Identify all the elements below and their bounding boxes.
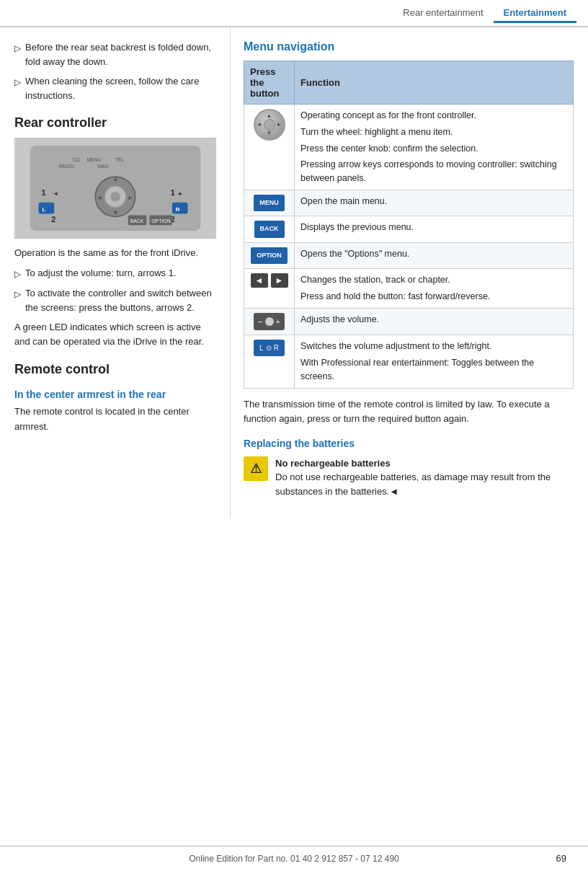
header-nav: Rear entertainment Entertainment [393,4,576,23]
vol-plus: + [276,316,280,328]
btn-cell-lr: L ⊙ R [244,335,295,388]
bullet-item-3: ▷ To adjust the volume: turn, arrows 1. [14,266,217,280]
arrows-func-2: Press and hold the button: fast forward/… [300,290,567,304]
bullet-text-3: To adjust the volume: turn, arrows 1. [25,266,177,280]
btn-cell-back: BACK [244,216,295,243]
svg-text:▼: ▼ [112,209,119,216]
section-remote: Remote control [14,362,217,377]
volume-btn: − + [254,313,285,331]
lr-btn: L ⊙ R [254,340,285,356]
arrow-right-btn: ► [271,273,288,288]
svg-text:NAVI: NAVI [97,164,109,169]
btn-cell-option: OPTION [244,242,295,269]
svg-text:RADIO: RADIO [58,164,74,169]
arrow-btns: ◄ ► [251,273,288,288]
warning-body-text: Do not use rechargeable batteries, as da… [275,472,551,497]
back-func-1: Displays the previous menu. [300,221,567,234]
body-text-1: Operation is the same as for the front i… [14,246,217,260]
bullet-arrow-4: ▷ [14,288,21,314]
table-header-button: Press the button [244,61,295,105]
arrow-left-btn: ◄ [251,273,268,288]
body-text-2: A green LED indicates which screen is ac… [14,320,217,349]
btn-cell-arrows: ◄ ► [244,269,295,309]
bullet-arrow-1: ▷ [14,42,21,68]
svg-text:2: 2 [51,215,55,224]
navigation-table: Press the button Function ▲ ▼ ◄ ► [244,61,574,389]
knob-func-2: Turn the wheel: highlight a menu item. [300,125,567,139]
bullet-arrow-3: ▷ [14,268,21,280]
btn-cell-volume: − + [244,308,295,335]
svg-text:MENU: MENU [87,157,102,162]
svg-text:1: 1 [41,188,45,197]
warning-text-block: No rechargeable batteries Do not use rec… [275,456,574,499]
svg-text:R: R [176,206,180,213]
menu-btn: MENU [254,195,285,212]
nav-entertainment[interactable]: Entertainment [494,4,576,23]
arrows-func-1: Changes the station, track or chapter. [300,273,567,287]
svg-text:TEL: TEL [115,157,125,162]
svg-text:CD: CD [73,157,80,162]
section-battery: Replacing the batteries [244,438,574,449]
table-cell-knob-func: Operating concept as for the front contr… [295,105,574,190]
circle-icon: ⊙ [266,342,272,353]
bullet-arrow-2: ▷ [14,76,21,102]
table-cell-option-func: Opens the "Options" menu. [295,242,574,269]
svg-text:BACK: BACK [130,218,144,224]
table-row: L ⊙ R Switches the volume adjustment to … [244,335,574,388]
option-func-1: Opens the "Options" menu. [300,247,567,261]
page-header: Rear entertainment Entertainment [0,0,588,27]
section-rear-controller: Rear controller [14,115,217,131]
bullet-text-1: Before the rear seat backrest is folded … [25,40,217,68]
svg-text:L: L [42,206,45,213]
knob-btn: ▲ ▼ ◄ ► [254,109,285,141]
table-cell-menu-func: Open the main menu. [295,190,574,216]
left-column: ▷ Before the rear seat backrest is folde… [0,27,231,518]
svg-rect-18 [39,203,55,214]
r-label: R [274,342,279,353]
warning-title: No rechargeable batteries [275,456,574,471]
knob-func-1: Operating concept as for the front contr… [300,109,567,123]
warning-end: ◄ [389,486,398,497]
remote-text: The remote control is located in the cen… [14,404,217,433]
svg-point-9 [110,192,120,202]
svg-text:►: ► [178,190,184,197]
menu-func-1: Open the main menu. [300,195,567,208]
lr-func-1: Switches the volume adjustment to the le… [300,340,567,353]
sub-heading-center: In the center armrest in the rear [14,389,217,400]
volume-func-1: Adjusts the volume. [300,313,567,327]
table-row: ◄ ► Changes the station, track or chapte… [244,269,574,309]
main-content: ▷ Before the rear seat backrest is folde… [0,27,588,518]
table-row: MENU Open the main menu. [244,190,574,216]
table-cell-lr-func: Switches the volume adjustment to the le… [295,335,574,388]
warning-icon: ⚠ [244,456,268,481]
footer-page: 69 [556,853,566,864]
right-column: Menu navigation Press the button Functio… [231,27,588,518]
btn-cell-knob: ▲ ▼ ◄ ► [244,105,295,190]
svg-text:►: ► [128,194,134,201]
warning-triangle: ⚠ [250,461,262,477]
table-row: BACK Displays the previous menu. [244,216,574,243]
svg-rect-20 [172,203,188,214]
bullet-text-4: To activate the controller and switch be… [25,286,217,314]
footer-note: The transmission time of the remote cont… [244,397,574,426]
nav-rear-entertainment[interactable]: Rear entertainment [393,4,493,23]
btn-cell-menu: MENU [244,190,295,216]
footer-text: Online Edition for Part no. 01 40 2 912 … [189,854,399,864]
table-row: − + Adjusts the volume. [244,308,574,335]
knob-func-3: Press the center knob: confirm the selec… [300,142,567,156]
table-row: OPTION Opens the "Options" menu. [244,242,574,269]
svg-text:OPTION: OPTION [151,218,170,224]
vol-indicator [265,317,274,326]
svg-text:▲: ▲ [112,175,119,182]
svg-text:◄: ◄ [96,194,102,201]
warning-box: ⚠ No rechargeable batteries Do not use r… [244,456,574,499]
bullet-item-1: ▷ Before the rear seat backrest is folde… [14,40,217,68]
vol-minus: − [258,316,262,328]
knob-func-4: Pressing arrow keys corresponds to movin… [300,158,567,185]
bullet-item-4: ▷ To activate the controller and switch … [14,286,217,314]
table-cell-arrows-func: Changes the station, track or chapter. P… [295,269,574,309]
lr-func-2: With Professional rear entertainment: To… [300,356,567,384]
table-row: ▲ ▼ ◄ ► Operating concept as for the fro… [244,105,574,190]
page-footer: Online Edition for Part no. 01 40 2 912 … [0,846,588,871]
back-btn: BACK [254,221,285,238]
